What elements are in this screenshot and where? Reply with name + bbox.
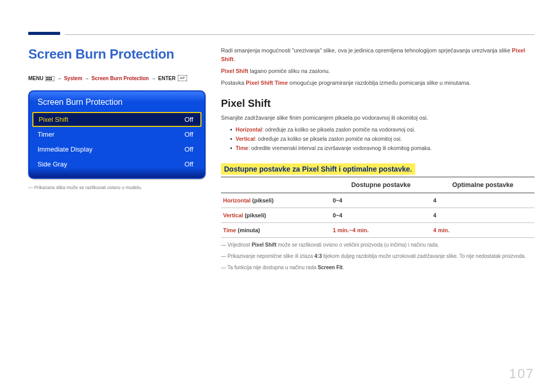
footnote: Vrijednost Pixel Shift može se razlikova… <box>221 241 534 249</box>
table-header: Dostupne postavke <box>331 177 431 193</box>
page-number: 107 <box>509 366 534 382</box>
enter-icon <box>178 75 187 81</box>
svg-rect-6 <box>50 79 52 80</box>
crumb-sbp: Screen Burn Protection <box>91 76 149 81</box>
osd-row-value: Off <box>184 116 193 123</box>
osd-row-immediate-display[interactable]: Immediate Display Off <box>29 142 205 157</box>
osd-row-side-gray[interactable]: Side Gray Off <box>29 157 205 172</box>
table-row: Vertical (pikseli) 0~4 4 <box>221 208 534 222</box>
osd-row-label: Immediate Display <box>38 145 92 153</box>
table-body: Horizontal (pikseli) 0~4 4 Vertical (pik… <box>221 193 534 237</box>
table-header: Optimalne postavke <box>431 177 534 193</box>
table-row: Horizontal (pikseli) 0~4 4 <box>221 193 534 208</box>
settings-table: Dostupne postavke Optimalne postavke Hor… <box>221 177 534 238</box>
osd-row-label: Timer <box>38 130 54 138</box>
arrow-icon: → <box>151 76 156 81</box>
svg-rect-1 <box>46 77 48 79</box>
intro-para-3: Postavka Pixel Shift Time omogućuje prog… <box>221 79 534 87</box>
bullet-item: Time: odredite vremenski interval za izv… <box>230 144 534 153</box>
crumb-enter: ENTER <box>158 76 176 81</box>
bullet-list: Horizontal: određuje za koliko se piksel… <box>230 125 534 153</box>
footnote: Ta funkcija nije dostupna u načinu rada … <box>221 264 534 272</box>
svg-rect-2 <box>48 77 50 79</box>
svg-rect-3 <box>50 77 52 79</box>
svg-rect-5 <box>48 79 50 80</box>
section-heading: Pixel Shift <box>221 98 534 109</box>
osd-row-pixel-shift[interactable]: Pixel Shift Off <box>32 112 201 127</box>
osd-row-label: Side Gray <box>38 160 67 168</box>
osd-row-value: Off <box>184 145 193 153</box>
crumb-menu: MENU <box>28 76 43 81</box>
intro-para-2: Pixel Shift lagano pomiče sliku na zaslo… <box>221 67 534 76</box>
table-row: Time (minuta) 1 min.~4 min. 4 min. <box>221 222 534 237</box>
osd-menu-title: Screen Burn Protection <box>29 91 205 112</box>
crumb-system: System <box>64 76 82 81</box>
bullet-item: Horizontal: određuje za koliko se piksel… <box>230 125 534 135</box>
arrow-icon: → <box>57 76 62 81</box>
breadcrumb: MENU → System → Screen Burn Protection →… <box>28 75 206 81</box>
image-disclaimer: Prikazana slika može se razlikovati ovis… <box>28 185 206 190</box>
footnote: Prikazivanje nepomične slike ili izlaza … <box>221 252 534 260</box>
osd-row-label: Pixel Shift <box>39 116 68 123</box>
osd-row-value: Off <box>184 160 193 168</box>
intro-para-1: Radi smanjenja mogućnosti "urezivanja" s… <box>221 46 534 64</box>
osd-row-timer[interactable]: Timer Off <box>29 127 205 142</box>
page-title: Screen Burn Protection <box>28 46 206 62</box>
table-header <box>221 177 331 193</box>
section-para: Smanjite zadržavanje slike finim pomican… <box>221 114 534 122</box>
osd-menu: Screen Burn Protection Pixel Shift Off T… <box>28 90 206 179</box>
arrow-icon: → <box>84 76 89 81</box>
menu-grid-icon <box>45 76 54 81</box>
svg-rect-0 <box>45 76 54 81</box>
osd-row-value: Off <box>184 130 193 138</box>
bullet-item: Vertical: određuje za koliko se piksela … <box>230 135 534 144</box>
table-caption: Dostupne postavke za Pixel Shift i optim… <box>221 163 415 175</box>
svg-rect-4 <box>46 79 48 80</box>
